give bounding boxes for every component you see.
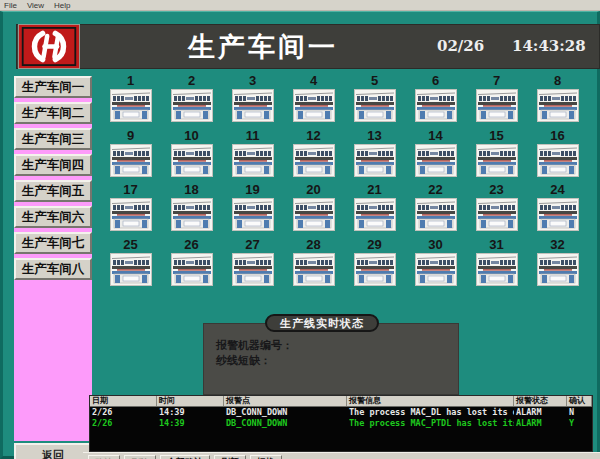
alarm-toolbar: 确认删除全部确认刷新切换 xyxy=(83,452,600,459)
machine-16[interactable]: 16 xyxy=(527,128,588,183)
knitting-machine-icon xyxy=(415,253,457,286)
knitting-machine-icon xyxy=(232,198,274,231)
knitting-machine-icon xyxy=(171,253,213,286)
machine-8[interactable]: 8 xyxy=(527,73,588,128)
alarm-col-header: 时间 xyxy=(157,396,224,406)
sidebar-item-workshop-6[interactable]: 生产车间六 xyxy=(14,206,92,228)
knitting-machine-icon xyxy=(232,89,274,122)
menu-item-view[interactable]: View xyxy=(27,1,44,10)
knitting-machine-icon xyxy=(110,144,152,177)
machine-7[interactable]: 7 xyxy=(466,73,527,128)
machine-3[interactable]: 3 xyxy=(222,73,283,128)
knitting-machine-icon xyxy=(476,144,518,177)
machine-2[interactable]: 2 xyxy=(161,73,222,128)
refresh-button[interactable]: 刷新 xyxy=(214,455,246,459)
machine-28[interactable]: 28 xyxy=(283,237,344,292)
machine-number: 12 xyxy=(306,129,320,143)
sidebar-item-workshop-1[interactable]: 生产车间一 xyxy=(14,76,92,98)
machine-1[interactable]: 1 xyxy=(100,73,161,128)
knitting-machine-icon xyxy=(415,198,457,231)
machine-17[interactable]: 17 xyxy=(100,182,161,237)
machine-number: 3 xyxy=(249,74,256,88)
knitting-machine-icon xyxy=(354,89,396,122)
alarm-cell-status: ALARM xyxy=(514,418,567,429)
alarm-col-header: 报警状态 xyxy=(514,396,567,406)
alarm-col-header: 确认 xyxy=(567,396,592,406)
machine-25[interactable]: 25 xyxy=(100,237,161,292)
knitting-machine-icon xyxy=(171,89,213,122)
machine-31[interactable]: 31 xyxy=(466,237,527,292)
status-panel-title: 生产线实时状态 xyxy=(265,314,379,332)
machine-30[interactable]: 30 xyxy=(405,237,466,292)
machine-number: 14 xyxy=(428,129,442,143)
machine-29[interactable]: 29 xyxy=(344,237,405,292)
machine-number: 26 xyxy=(184,238,198,252)
menu-item-help[interactable]: Help xyxy=(54,1,70,10)
machine-number: 21 xyxy=(367,183,381,197)
machine-number: 1 xyxy=(127,74,134,88)
machine-number: 8 xyxy=(554,74,561,88)
knitting-machine-icon xyxy=(354,253,396,286)
menu-item-file[interactable]: File xyxy=(4,1,17,10)
menu-bar: FileViewHelp xyxy=(0,0,600,11)
machine-number: 13 xyxy=(367,129,381,143)
machine-23[interactable]: 23 xyxy=(466,182,527,237)
alarm-cell-date: 2/26 xyxy=(90,407,157,418)
machine-number: 23 xyxy=(489,183,503,197)
machine-20[interactable]: 20 xyxy=(283,182,344,237)
alarm-table: 日期时间报警点报警信息报警状态确认 2/2614:39DB_CONN_DOWNT… xyxy=(89,395,593,452)
alarm-col-header: 日期 xyxy=(90,396,157,406)
alarm-row[interactable]: 2/2614:39DB_CONN_DOWNThe process MAC_DL … xyxy=(90,407,592,418)
machine-27[interactable]: 27 xyxy=(222,237,283,292)
machine-18[interactable]: 18 xyxy=(161,182,222,237)
sidebar-item-workshop-7[interactable]: 生产车间七 xyxy=(14,232,92,254)
alarm-row[interactable]: 2/2614:39DB_CONN_DOWNThe process MAC_PTD… xyxy=(90,418,592,429)
machine-19[interactable]: 19 xyxy=(222,182,283,237)
workshop-sidebar: 生产车间一生产车间二生产车间三生产车间四生产车间五生产车间六生产车间七生产车间八 xyxy=(14,76,92,441)
machine-21[interactable]: 21 xyxy=(344,182,405,237)
machine-number: 16 xyxy=(550,129,564,143)
machine-10[interactable]: 10 xyxy=(161,128,222,183)
machine-15[interactable]: 15 xyxy=(466,128,527,183)
knitting-machine-icon xyxy=(476,253,518,286)
machine-6[interactable]: 6 xyxy=(405,73,466,128)
machine-9[interactable]: 9 xyxy=(100,128,161,183)
machine-number: 10 xyxy=(184,129,198,143)
alarm-cell-date: 2/26 xyxy=(90,418,157,429)
machine-number: 27 xyxy=(245,238,259,252)
status-line-1: 报警机器编号： xyxy=(216,338,458,353)
knitting-machine-icon xyxy=(293,198,335,231)
machine-4[interactable]: 4 xyxy=(283,73,344,128)
sidebar-item-workshop-3[interactable]: 生产车间三 xyxy=(14,128,92,150)
machine-number: 32 xyxy=(550,238,564,252)
sidebar-item-workshop-2[interactable]: 生产车间二 xyxy=(14,102,92,124)
machine-26[interactable]: 26 xyxy=(161,237,222,292)
sidebar-item-workshop-5[interactable]: 生产车间五 xyxy=(14,180,92,202)
logo-h-icon xyxy=(21,27,77,66)
machine-5[interactable]: 5 xyxy=(344,73,405,128)
machine-number: 17 xyxy=(123,183,137,197)
machine-24[interactable]: 24 xyxy=(527,182,588,237)
switch-button[interactable]: 切换 xyxy=(250,455,282,459)
sidebar-item-workshop-4[interactable]: 生产车间四 xyxy=(14,154,92,176)
machine-22[interactable]: 22 xyxy=(405,182,466,237)
machine-number: 22 xyxy=(428,183,442,197)
ack-all-button[interactable]: 全部确认 xyxy=(160,455,210,459)
machine-number: 30 xyxy=(428,238,442,252)
alarm-cell-time: 14:39 xyxy=(157,418,224,429)
machine-11[interactable]: 11 xyxy=(222,128,283,183)
knitting-machine-icon xyxy=(415,89,457,122)
alarm-col-header: 报警点 xyxy=(224,396,347,406)
machine-32[interactable]: 32 xyxy=(527,237,588,292)
back-button[interactable]: 返回 xyxy=(14,443,92,459)
knitting-machine-icon xyxy=(293,253,335,286)
sidebar-item-workshop-8[interactable]: 生产车间八 xyxy=(14,258,92,280)
machine-14[interactable]: 14 xyxy=(405,128,466,183)
delete-button: 删除 xyxy=(124,455,156,459)
machine-12[interactable]: 12 xyxy=(283,128,344,183)
knitting-machine-icon xyxy=(354,144,396,177)
header-clock: 14:43:28 xyxy=(512,37,586,55)
machine-13[interactable]: 13 xyxy=(344,128,405,183)
company-logo xyxy=(18,24,80,69)
knitting-machine-icon xyxy=(110,198,152,231)
